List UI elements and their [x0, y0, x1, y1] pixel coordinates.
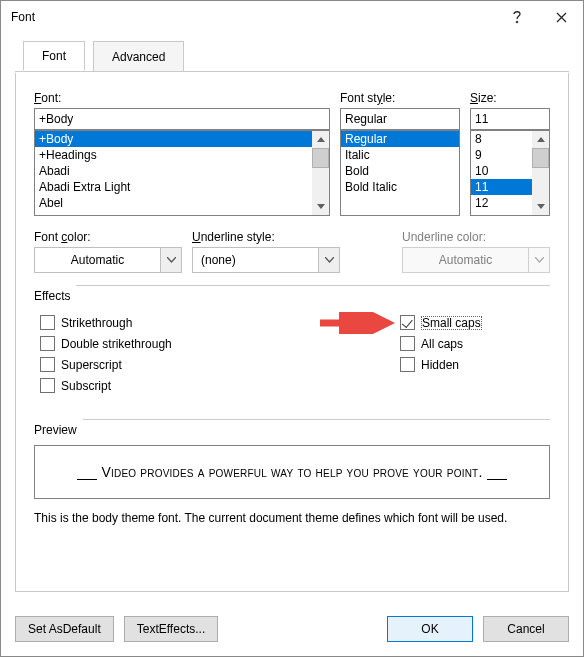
list-item[interactable]: Italic [341, 147, 459, 163]
list-item[interactable]: 10 [471, 163, 532, 179]
scroll-thumb[interactable] [532, 148, 549, 168]
scroll-up-icon[interactable] [312, 131, 329, 148]
font-style-label: Font style: [340, 91, 460, 105]
hidden-checkbox[interactable]: Hidden [400, 357, 550, 372]
tab-font[interactable]: Font [23, 41, 85, 71]
small-caps-checkbox[interactable]: Small caps [400, 315, 550, 330]
subscript-checkbox[interactable]: Subscript [40, 378, 172, 393]
chevron-down-icon[interactable] [318, 247, 340, 273]
text-effects-button[interactable]: Text Effects... [124, 616, 219, 642]
preview-text: Video provides a powerful way to help yo… [101, 464, 482, 480]
list-item[interactable]: 12 [471, 195, 532, 211]
list-item[interactable]: Abadi [35, 163, 312, 179]
chevron-down-icon [528, 247, 550, 273]
underline-color-label: Underline color: [402, 230, 550, 244]
superscript-checkbox[interactable]: Superscript [40, 357, 172, 372]
dialog-footer: Set As Default Text Effects... OK Cancel [1, 606, 583, 656]
list-item[interactable]: Abadi Extra Light [35, 179, 312, 195]
all-caps-checkbox[interactable]: All caps [400, 336, 550, 351]
effects-label: Effects [34, 289, 70, 303]
list-item[interactable]: Regular [341, 131, 459, 147]
set-as-default-button[interactable]: Set As Default [15, 616, 114, 642]
font-color-label: Font color: [34, 230, 182, 244]
close-button[interactable] [539, 2, 583, 32]
underline-style-label: Underline style: [192, 230, 340, 244]
preview-box: Video provides a powerful way to help yo… [34, 445, 550, 499]
size-list[interactable]: 8 9 10 11 12 [470, 130, 550, 216]
list-item[interactable]: Bold Italic [341, 179, 459, 195]
tab-advanced[interactable]: Advanced [93, 41, 184, 71]
cancel-button[interactable]: Cancel [483, 616, 569, 642]
list-item[interactable]: +Headings [35, 147, 312, 163]
help-button[interactable] [495, 2, 539, 32]
tab-strip: Font Advanced [15, 41, 569, 73]
preview-description: This is the body theme font. The current… [34, 511, 550, 525]
double-strikethrough-checkbox[interactable]: Double strikethrough [40, 336, 172, 351]
preview-label: Preview [34, 423, 77, 437]
scroll-down-icon[interactable] [532, 198, 549, 215]
scroll-down-icon[interactable] [312, 198, 329, 215]
underline-color-combo: Automatic [402, 247, 550, 273]
font-style-input[interactable]: Regular [340, 108, 460, 130]
window-title: Font [11, 10, 35, 24]
annotation-arrow-icon [318, 312, 398, 334]
list-item[interactable]: 8 [471, 131, 532, 147]
scrollbar[interactable] [312, 131, 329, 215]
font-color-combo[interactable]: Automatic [34, 247, 182, 273]
font-list[interactable]: +Body +Headings Abadi Abadi Extra Light … [34, 130, 330, 216]
scrollbar[interactable] [532, 131, 549, 215]
size-label: Size: [470, 91, 550, 105]
list-item[interactable]: +Body [35, 131, 312, 147]
font-input[interactable]: +Body [34, 108, 330, 130]
font-style-list[interactable]: Regular Italic Bold Bold Italic [340, 130, 460, 216]
chevron-down-icon[interactable] [160, 247, 182, 273]
list-item[interactable]: Abel [35, 195, 312, 211]
list-item[interactable]: 9 [471, 147, 532, 163]
scroll-thumb[interactable] [312, 148, 329, 168]
strikethrough-checkbox[interactable]: Strikethrough [40, 315, 172, 330]
list-item[interactable]: 11 [471, 179, 532, 195]
ok-button[interactable]: OK [387, 616, 473, 642]
list-item[interactable]: Bold [341, 163, 459, 179]
font-dialog: Font Font Advanced Font: +Body +Body [0, 0, 584, 657]
underline-style-combo[interactable]: (none) [192, 247, 340, 273]
titlebar: Font [1, 1, 583, 33]
scroll-up-icon[interactable] [532, 131, 549, 148]
svg-point-0 [516, 21, 518, 23]
size-input[interactable]: 11 [470, 108, 550, 130]
font-label: Font: [34, 91, 330, 105]
